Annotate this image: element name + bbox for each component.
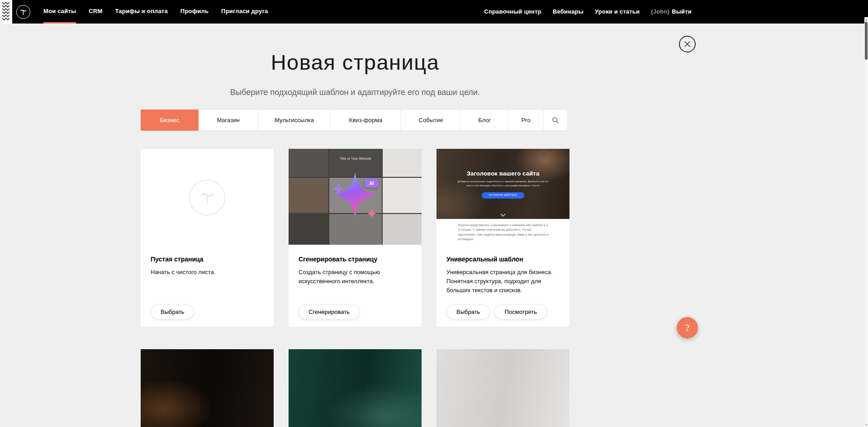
template-card-ai: Title of Your Website [289, 149, 422, 327]
nav-logout[interactable]: (John)Выйти [651, 0, 692, 24]
ai-badge: AI [365, 179, 379, 188]
tab-multilink[interactable]: Мультиссылка [258, 109, 331, 131]
scroll-up-arrow[interactable]: ▲ [864, 18, 868, 21]
tilda-watermark-icon [189, 180, 225, 216]
template-card-partial-3[interactable] [436, 349, 569, 427]
template-hero-title: Заголовок вашего сайта [467, 170, 540, 177]
nav-lessons[interactable]: Уроки и статьи [595, 0, 640, 24]
choose-universal-button[interactable]: Выбрать [446, 304, 490, 319]
card-description: Создать страницу с помощью искусственног… [299, 268, 412, 286]
nav-left-group: Мои сайты CRM Тарифы и оплата Профиль Пр… [43, 0, 280, 24]
template-card-blank: Пустая страница Начать с чистого листа. … [141, 149, 274, 327]
tab-blog[interactable]: Блог [461, 109, 509, 131]
card-description: Начать с чистого листа. [151, 268, 264, 277]
scrollbar-top-cap [864, 0, 868, 17]
template-hero-cta: ЗАГЛАВНОЕ ДЕЙСТВИЕ [482, 192, 524, 199]
blank-preview [141, 149, 274, 245]
nav-tariffs[interactable]: Тарифы и оплата [115, 0, 167, 24]
tilda-logo[interactable] [16, 5, 30, 19]
search-icon [552, 117, 559, 123]
zigzag-pattern-icon [2, 1, 10, 22]
top-nav-bar: Мои сайты CRM Тарифы и оплата Профиль Пр… [12, 0, 868, 24]
tab-event[interactable]: Событие [401, 109, 461, 131]
nav-help-center[interactable]: Справочный центр [484, 0, 541, 24]
card-title: Универсальный шаблон [446, 256, 560, 263]
left-edge-decoration [0, 0, 12, 24]
scrollbar-thumb[interactable] [865, 22, 868, 60]
template-card-partial-1[interactable] [141, 349, 274, 427]
tab-pro[interactable]: Pro [509, 109, 543, 131]
tab-business[interactable]: Бизнес [141, 109, 199, 131]
nav-profile[interactable]: Профиль [180, 0, 209, 24]
page-subtitle: Выберите подходящий шаблон и адаптируйте… [141, 88, 569, 97]
card-title: Пустая страница [151, 256, 264, 263]
user-name: (John) [651, 8, 669, 15]
ai-preview: Title of Your Website [289, 149, 422, 245]
generate-button[interactable]: Сгенерировать [299, 304, 360, 319]
scrollbar[interactable]: ▲ ▼ [864, 0, 868, 427]
close-button[interactable] [679, 36, 696, 52]
card-description: Универсальная страница для бизнеса. Поня… [446, 268, 560, 295]
nav-invite-friend[interactable]: Пригласи друга [221, 0, 268, 24]
close-icon [684, 41, 691, 47]
ai-sparkle-icon [321, 161, 389, 229]
template-body-text: Коротко представьтесь и расскажите о ком… [436, 219, 569, 245]
help-button[interactable]: ? [677, 317, 698, 338]
logout-label: Выйти [672, 8, 692, 15]
preview-universal-button[interactable]: Посмотреть [494, 304, 547, 319]
scroll-down-arrow[interactable]: ▼ [864, 423, 868, 427]
template-hero: Заголовок вашего сайта Добавьте интересн… [436, 149, 569, 219]
template-grid: Пустая страница Начать с чистого листа. … [141, 149, 569, 427]
universal-preview: Заголовок вашего сайта Добавьте интересн… [436, 149, 569, 245]
nav-crm[interactable]: CRM [89, 0, 102, 24]
template-preview-image [289, 349, 422, 427]
nav-my-sites[interactable]: Мои сайты [43, 0, 76, 24]
card-title: Сгенерировать страницу [299, 256, 412, 263]
tilda-logo-icon [19, 8, 27, 16]
collage-site-title: Title of Your Website [329, 157, 382, 160]
template-card-partial-2[interactable] [289, 349, 422, 427]
template-category-tabs: Бизнес Магазин Мультиссылка Квиз-форма С… [141, 109, 569, 131]
tab-quiz[interactable]: Квиз-форма [331, 109, 401, 131]
template-card-universal: Заголовок вашего сайта Добавьте интересн… [436, 149, 569, 327]
new-page-dialog: Новая страница Выберите подходящий шабло… [141, 24, 569, 427]
nav-right-group: Справочный центр Вебинары Уроки и статьи… [484, 0, 868, 24]
choose-blank-button[interactable]: Выбрать [151, 304, 194, 319]
template-preview-image [436, 349, 569, 427]
tab-store[interactable]: Магазин [199, 109, 258, 131]
nav-webinars[interactable]: Вебинары [553, 0, 583, 24]
chevron-down-icon [500, 214, 506, 217]
page-title: Новая страница [141, 50, 569, 75]
search-templates-button[interactable] [543, 109, 568, 131]
template-hero-subtext: Добавьте интересные подробности о вашей … [455, 180, 551, 188]
template-preview-image [141, 349, 274, 427]
